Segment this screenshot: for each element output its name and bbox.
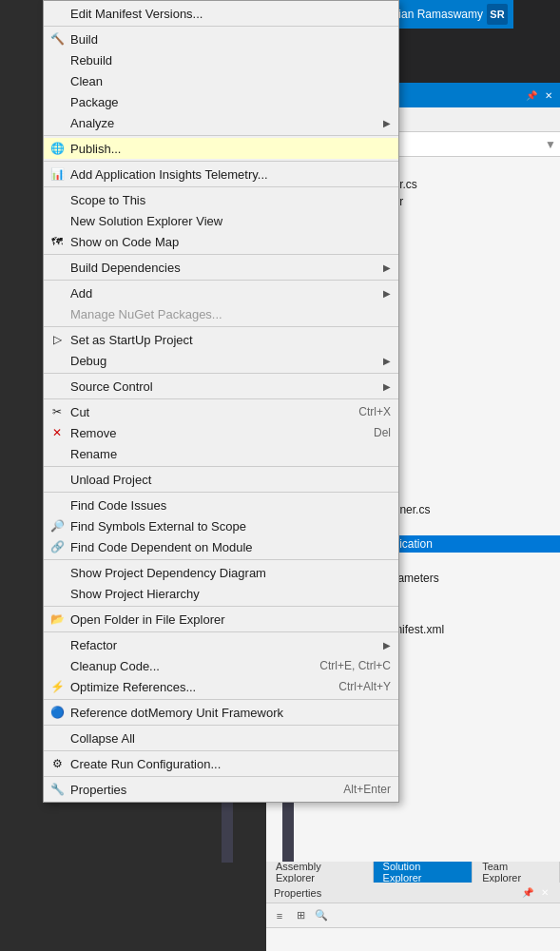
menu-item-refactor[interactable]: Refactor ▶	[44, 634, 398, 655]
menu-item-remove[interactable]: ✕ Remove Del	[44, 422, 398, 443]
menu-item-edit-manifest[interactable]: Edit Manifest Versions...	[44, 3, 398, 24]
se-header-icons: 📌 ✕	[524, 87, 556, 103]
properties-header-icons: 📌 ✕	[520, 885, 552, 901]
menu-label: Manage NuGet Packages...	[70, 307, 391, 321]
menu-item-build[interactable]: 🔨 Build	[44, 29, 398, 49]
arrow-icon: ▶	[383, 356, 391, 366]
search-dropdown-icon[interactable]: ▼	[545, 138, 556, 151]
close-icon[interactable]: ✕	[541, 87, 556, 103]
findcode-icon: 🔗	[49, 539, 65, 554]
props-toolbar-btn-3[interactable]: 🔍	[312, 907, 331, 924]
menu-label: Set as StartUp Project	[70, 333, 391, 347]
menu-label: Refactor	[70, 638, 379, 652]
menu-item-manage-nuget[interactable]: Manage NuGet Packages...	[44, 303, 398, 324]
startup-icon: ▷	[49, 332, 65, 347]
properties-header: Properties 📌 ✕	[266, 883, 560, 903]
separator	[44, 373, 398, 374]
menu-item-create-run[interactable]: ⚙ Create Run Configuration...	[44, 753, 398, 774]
menu-item-show-hierarchy[interactable]: Show Project Hierarchy	[44, 583, 398, 604]
menu-label: Package	[70, 95, 391, 109]
arrow-icon: ▶	[383, 640, 391, 650]
separator	[44, 699, 398, 700]
tab-team-explorer[interactable]: Team Explorer	[473, 862, 560, 883]
menu-item-analyze[interactable]: Analyze ▶	[44, 112, 398, 133]
menu-label: Show Project Hierarchy	[70, 587, 391, 601]
menu-item-collapse-all[interactable]: Collapse All	[44, 728, 398, 748]
menu-item-source-control[interactable]: Source Control ▶	[44, 376, 398, 397]
separator	[44, 750, 398, 751]
menu-item-optimize[interactable]: ⚡ Optimize References... Ctrl+Alt+Y	[44, 676, 398, 697]
tab-solution-explorer[interactable]: Solution Explorer	[374, 862, 473, 883]
menu-item-cleanup[interactable]: Cleanup Code... Ctrl+E, Ctrl+C	[44, 655, 398, 676]
menu-label: Show Project Dependency Diagram	[70, 566, 391, 580]
menu-item-set-startup[interactable]: ▷ Set as StartUp Project	[44, 329, 398, 350]
menu-label: Publish...	[70, 142, 391, 156]
menu-item-properties[interactable]: 🔧 Properties Alt+Enter	[44, 779, 398, 800]
user-avatar[interactable]: SR	[487, 4, 508, 25]
shortcut: Ctrl+Alt+Y	[338, 680, 391, 693]
properties-panel: Properties 📌 ✕ ≡ ⊞ 🔍	[266, 883, 560, 951]
menu-item-ref-dotmemory[interactable]: 🔵 Reference dotMemory Unit Framework	[44, 702, 398, 723]
findsymbols-icon: 🔎	[49, 518, 65, 534]
menu-item-find-symbols[interactable]: 🔎 Find Symbols External to Scope	[44, 515, 398, 536]
separator	[44, 254, 398, 255]
publish-icon: 🌐	[49, 141, 65, 156]
menu-label: Open Folder in File Explorer	[70, 612, 391, 627]
menu-label: New Solution Explorer View	[70, 214, 391, 228]
arrow-icon: ▶	[383, 262, 391, 273]
separator	[44, 280, 398, 281]
separator	[44, 26, 398, 27]
separator	[44, 186, 398, 187]
separator	[44, 326, 398, 327]
menu-label: Scope to This	[70, 193, 391, 207]
menu-item-open-folder[interactable]: 📂 Open Folder in File Explorer	[44, 609, 398, 630]
properties-toolbar: ≡ ⊞ 🔍	[266, 903, 560, 928]
insights-icon: 📊	[49, 166, 65, 182]
menu-item-unload[interactable]: Unload Project	[44, 469, 398, 490]
props-toolbar-btn-2[interactable]: ⊞	[291, 907, 310, 924]
tab-label: Solution Explorer	[383, 861, 463, 883]
menu-label: Reference dotMemory Unit Framework	[70, 706, 391, 720]
menu-item-add-insights[interactable]: 📊 Add Application Insights Telemetry...	[44, 164, 398, 184]
shortcut: Ctrl+X	[358, 405, 391, 418]
pin-icon[interactable]: 📌	[524, 87, 539, 103]
menu-item-clean[interactable]: Clean	[44, 70, 398, 91]
menu-label: Cleanup Code...	[70, 659, 300, 673]
menu-item-find-code-issues[interactable]: Find Code Issues	[44, 495, 398, 515]
tab-assembly-explorer[interactable]: Assembly Explorer	[266, 862, 374, 883]
menu-label: Create Run Configuration...	[70, 757, 391, 771]
separator	[44, 776, 398, 777]
menu-item-new-solution-view[interactable]: New Solution Explorer View	[44, 210, 398, 231]
separator	[44, 161, 398, 162]
menu-item-rename[interactable]: Rename	[44, 443, 398, 464]
menu-label: Edit Manifest Versions...	[70, 7, 391, 21]
menu-label: Build Dependencies	[70, 261, 379, 275]
menu-item-show-code-map[interactable]: 🗺 Show on Code Map	[44, 231, 398, 252]
menu-label: Optimize References...	[70, 680, 319, 694]
menu-label: Properties	[70, 783, 324, 797]
tab-label: Team Explorer	[482, 861, 550, 883]
props-toolbar-btn-1[interactable]: ≡	[270, 907, 289, 924]
arrow-icon: ▶	[383, 118, 391, 128]
shortcut: Ctrl+E, Ctrl+C	[319, 659, 391, 672]
menu-item-scope[interactable]: Scope to This	[44, 189, 398, 210]
menu-label: Find Code Dependent on Module	[70, 540, 391, 554]
folder-open-icon: 📂	[49, 611, 65, 627]
separator	[44, 135, 398, 136]
menu-item-package[interactable]: Package	[44, 91, 398, 112]
menu-item-publish[interactable]: 🌐 Publish...	[44, 138, 398, 159]
menu-item-debug[interactable]: Debug ▶	[44, 350, 398, 371]
pin-icon-props[interactable]: 📌	[520, 885, 535, 901]
close-icon-props[interactable]: ✕	[537, 885, 552, 901]
menu-label: Rename	[70, 447, 391, 461]
codemap-icon: 🗺	[49, 234, 65, 249]
menu-label: Analyze	[70, 116, 379, 130]
menu-label: Add Application Insights Telemetry...	[70, 167, 391, 182]
menu-item-cut[interactable]: ✂ Cut Ctrl+X	[44, 401, 398, 422]
menu-item-find-code-dep[interactable]: 🔗 Find Code Dependent on Module	[44, 536, 398, 557]
menu-item-show-dep-diagram[interactable]: Show Project Dependency Diagram	[44, 562, 398, 583]
menu-item-build-deps[interactable]: Build Dependencies ▶	[44, 257, 398, 278]
menu-label: Build	[70, 32, 391, 47]
menu-item-add[interactable]: Add ▶	[44, 282, 398, 303]
menu-item-rebuild[interactable]: Rebuild	[44, 49, 398, 70]
